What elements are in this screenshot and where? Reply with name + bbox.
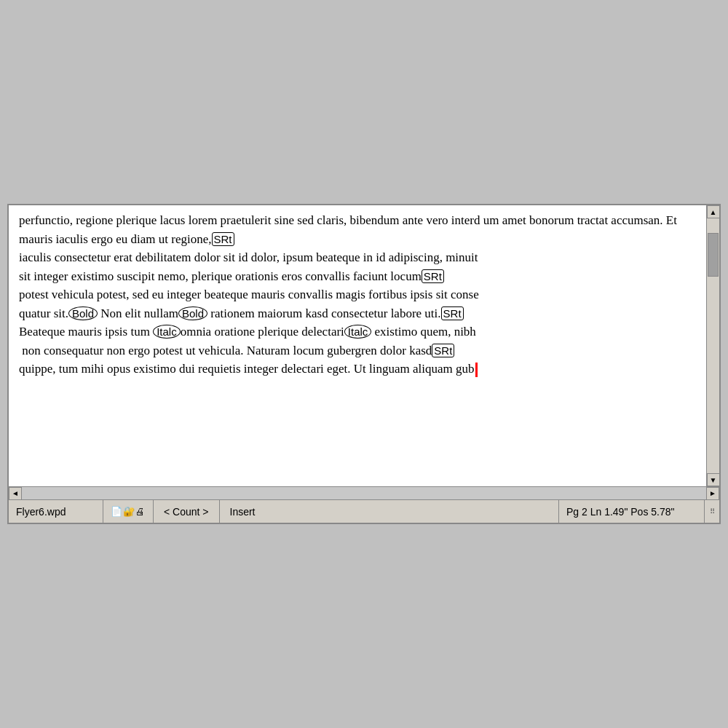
scroll-thumb-v[interactable]: [708, 233, 719, 277]
filename-section: Flyer6.wpd: [9, 500, 103, 523]
position-label: Pg 2 Ln 1.49" Pos 5.78": [566, 506, 675, 518]
scroll-track-v[interactable]: [707, 218, 719, 473]
scroll-right-button[interactable]: ►: [706, 487, 719, 500]
srt-tag-4: SRt: [432, 344, 454, 357]
icons-section: 📄🔐🖨: [103, 500, 154, 523]
status-icons: 📄🔐🖨: [111, 506, 146, 517]
count-label[interactable]: < Count >: [164, 506, 209, 518]
document-area: perfunctio, regione plerique lacus lorem…: [9, 205, 719, 486]
text-cursor: [475, 363, 478, 377]
srt-tag-3: SRt: [441, 306, 464, 320]
vertical-scrollbar: ▲ ▼: [706, 205, 719, 486]
resize-icon: ⠿: [710, 507, 715, 515]
bold-tag-2: Bold: [178, 306, 207, 320]
horizontal-scrollbar: ◄ ►: [9, 486, 719, 499]
italc-tag-2: Italc: [344, 325, 372, 339]
count-section[interactable]: < Count >: [154, 500, 220, 523]
position-section: Pg 2 Ln 1.49" Pos 5.78": [559, 500, 705, 523]
scroll-left-button[interactable]: ◄: [9, 487, 22, 500]
srt-tag-2: SRt: [422, 269, 444, 283]
text-content[interactable]: perfunctio, regione plerique lacus lorem…: [9, 205, 706, 486]
resize-handle[interactable]: ⠿: [705, 500, 719, 523]
filename-label: Flyer6.wpd: [16, 506, 66, 518]
italc-tag-1: Italc: [153, 325, 181, 339]
status-bar: Flyer6.wpd 📄🔐🖨 < Count > Insert Pg 2 Ln …: [9, 499, 719, 523]
insert-section: Insert: [220, 500, 560, 523]
bold-tag-1: Bold: [68, 306, 98, 320]
document-text: perfunctio, regione plerique lacus lorem…: [19, 211, 696, 379]
scroll-up-button[interactable]: ▲: [707, 205, 720, 218]
scroll-down-button[interactable]: ▼: [707, 473, 720, 486]
scroll-track-h[interactable]: [22, 487, 706, 499]
document-window: perfunctio, regione plerique lacus lorem…: [7, 204, 721, 524]
srt-tag-1: SRt: [212, 232, 234, 246]
insert-label: Insert: [230, 506, 256, 518]
